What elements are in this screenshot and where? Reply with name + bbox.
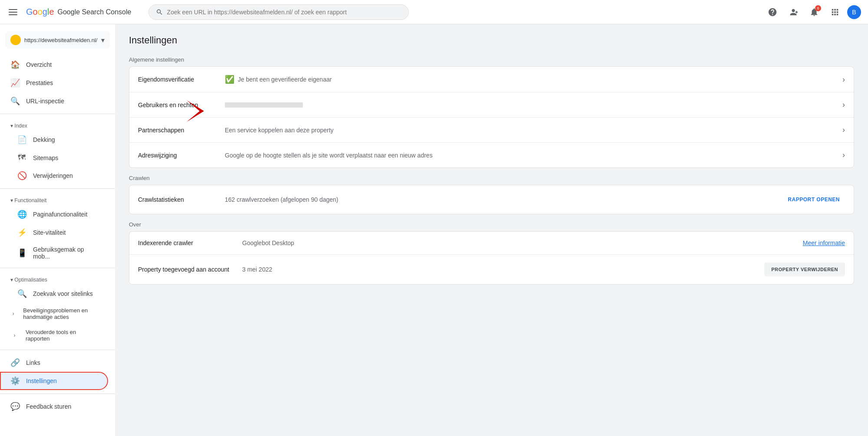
adreswijziging-value: Google op de hoogte stellen als je site …: [225, 152, 842, 159]
search-bar[interactable]: [148, 4, 409, 20]
property-toegevoegd-value: 3 mei 2022: [242, 266, 764, 273]
sidebar-label-sitemaps: Sitemaps: [33, 154, 58, 161]
eigendomsverificatie-value: ✅ Je bent een geverifieerde eigenaar: [225, 75, 842, 84]
adreswijziging-row[interactable]: Adreswijziging Google op de hoogte stell…: [129, 143, 854, 167]
sidebar-label-beveiliging: Beveiligingsproblemen en handmatige acti…: [23, 307, 98, 320]
divider-1: [0, 114, 115, 114]
search-input[interactable]: [167, 9, 402, 16]
section-index: ▾ Index: [0, 118, 115, 131]
indexerende-crawler-row: Indexerende crawler Googlebot Desktop Me…: [129, 232, 854, 255]
chevron-right-icon: ›: [10, 311, 16, 317]
sidebar-item-links[interactable]: 🔗 Links: [0, 354, 108, 372]
sidebar-label-verouderd: Verouderde tools en rapporten: [26, 329, 98, 342]
sidebar-label-feedback: Feedback sturen: [26, 403, 71, 410]
verified-icon: ✅: [225, 75, 234, 84]
section-over-label: Over: [129, 221, 854, 228]
notifications-button[interactable]: 6: [806, 3, 823, 21]
divider-4: [0, 350, 115, 350]
manage-search-icon: 🔍: [17, 289, 26, 298]
crawl-label: Crawlstatistieken: [138, 196, 225, 203]
sidebar-item-paginafunctionaliteit[interactable]: 🌐 Paginafunctionaliteit: [0, 205, 108, 223]
section-crawlen-label: Crawlen: [129, 175, 854, 181]
sidebar-item-zoekvak[interactable]: 🔍 Zoekvak voor sitelinks: [0, 285, 108, 303]
section-optimalisaties: ▾ Optimalisaties: [0, 272, 115, 285]
section-functionaliteit: ▾ Functionaliteit: [0, 192, 115, 205]
sidebar-item-feedback[interactable]: 💬 Feedback sturen: [0, 397, 108, 416]
sidebar-item-prestaties[interactable]: 📈 Prestaties: [0, 74, 108, 92]
apps-icon: [830, 7, 840, 17]
property-verwijderen-button[interactable]: PROPERTY VERWIJDEREN: [764, 262, 845, 276]
partnerschappen-row[interactable]: Partnerschappen Een service koppelen aan…: [129, 118, 854, 143]
crawl-value: 162 crawlverzoeken (afgelopen 90 dagen): [225, 196, 783, 203]
property-dot: [10, 35, 21, 45]
gebruikers-row[interactable]: Gebruikers en rechten ›: [129, 92, 854, 118]
sidebar-item-sitemaps[interactable]: 🗺 Sitemaps: [0, 149, 108, 167]
sidebar-label-prestaties: Prestaties: [26, 79, 53, 86]
meer-informatie-button[interactable]: Meer informatie: [803, 239, 845, 246]
article-icon: 📄: [17, 135, 26, 144]
arrow-icon-1: ›: [842, 75, 845, 84]
help-button[interactable]: [764, 3, 781, 21]
chevron-right-icon-2: ›: [10, 332, 19, 338]
sidebar-item-dekking[interactable]: 📄 Dekking: [0, 131, 108, 149]
feedback-icon: 💬: [10, 402, 19, 411]
page-wrapper: https://dewebsiteafmelden.nl/ ▾ 🏠 Overzi…: [0, 24, 868, 436]
manage-accounts-icon: [789, 7, 798, 17]
avatar[interactable]: B: [847, 5, 861, 19]
remove-icon: 🚫: [17, 171, 26, 180]
app-title: Google Search Console: [58, 8, 132, 16]
apps-button[interactable]: [826, 3, 844, 21]
topbar: Google Google Search Console 6: [0, 0, 868, 24]
speed-icon: ⚡: [17, 228, 26, 237]
trending-icon: 📈: [10, 78, 19, 88]
search-icon: [156, 8, 163, 16]
sidebar-label-verwijderingen: Verwijderingen: [33, 172, 73, 179]
partnerschappen-value: Een service koppelen aan deze property: [225, 127, 842, 134]
main-content: Instellingen Algemene instellingen Eigen…: [115, 24, 868, 436]
sidebar-label-url-inspectie: URL-inspectie: [26, 98, 64, 105]
divider-2: [0, 188, 115, 189]
url-search-icon: 🔍: [10, 96, 19, 106]
phone-icon: 📱: [17, 248, 26, 258]
arrow-icon-4: ›: [842, 151, 845, 160]
indexerende-label: Indexerende crawler: [138, 239, 242, 246]
manage-accounts-button[interactable]: [785, 3, 802, 21]
sidebar-label-links: Links: [26, 359, 40, 366]
sidebar-item-gebruiksgemak[interactable]: 📱 Gebruiksgemak op mob...: [0, 242, 108, 264]
indexerende-value: Googlebot Desktop: [242, 239, 803, 246]
sidebar-item-beveiliging[interactable]: › Beveiligingsproblemen en handmatige ac…: [0, 303, 108, 325]
sidebar-label-instellingen: Instellingen: [26, 377, 57, 384]
link-icon: 🔗: [10, 358, 19, 367]
arrow-icon-3: ›: [842, 125, 845, 134]
sidebar-item-url-inspectie[interactable]: 🔍 URL-inspectie: [0, 92, 108, 110]
property-toegevoegd-label: Property toegevoegd aan account: [138, 266, 242, 273]
web-icon: 🌐: [17, 210, 26, 219]
algemene-card: Eigendomsverificatie ✅ Je bent een gever…: [129, 66, 854, 168]
gebruikers-value: [225, 102, 842, 108]
property-selector[interactable]: https://dewebsiteafmelden.nl/ ▾: [5, 31, 110, 49]
menu-button[interactable]: [7, 7, 19, 17]
sitemap-icon: 🗺: [17, 153, 26, 162]
divider-3: [0, 268, 115, 268]
google-logo: Google: [26, 7, 54, 17]
sidebar-item-verouderd[interactable]: › Verouderde tools en rapporten: [0, 325, 108, 346]
property-chevron-icon: ▾: [101, 36, 105, 44]
crawlen-card: Crawlstatistieken 162 crawlverzoeken (af…: [129, 185, 854, 214]
sidebar-item-instellingen[interactable]: ⚙️ Instellingen: [0, 372, 108, 390]
sidebar-item-overzicht[interactable]: 🏠 Overzicht: [0, 56, 108, 74]
rapport-openen-button[interactable]: RAPPORT OPENEN: [783, 193, 845, 206]
page-title: Instellingen: [129, 35, 854, 46]
topbar-actions: 6 B: [764, 3, 861, 21]
notification-count: 6: [815, 5, 821, 11]
logo-area: Google Google Search Console: [26, 7, 131, 17]
property-name: https://dewebsiteafmelden.nl/: [24, 37, 98, 43]
sidebar-item-site-vitaliteit[interactable]: ⚡ Site-vitaliteit: [0, 223, 108, 242]
sidebar-label-pagina: Paginafunctionaliteit: [33, 211, 87, 218]
adreswijziging-label: Adreswijziging: [138, 152, 225, 159]
section-algemene-label: Algemene instellingen: [129, 56, 854, 63]
blurred-value: [225, 102, 303, 108]
eigendomsverificatie-row[interactable]: Eigendomsverificatie ✅ Je bent een gever…: [129, 67, 854, 92]
crawlstatistieken-row: Crawlstatistieken 162 crawlverzoeken (af…: [129, 185, 854, 214]
sidebar-item-verwijderingen[interactable]: 🚫 Verwijderingen: [0, 167, 108, 185]
property-toegevoegd-row: Property toegevoegd aan account 3 mei 20…: [129, 255, 854, 284]
